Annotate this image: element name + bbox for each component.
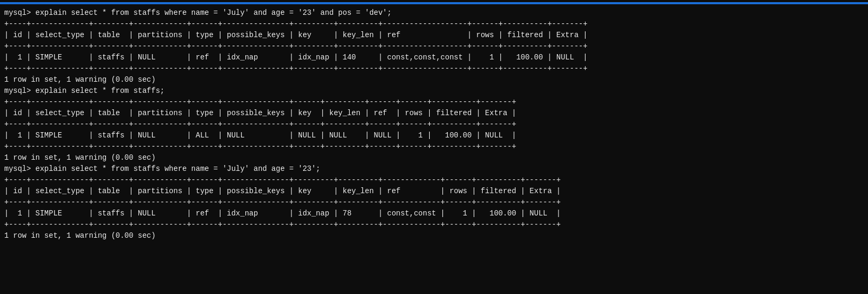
terminal-line: +----+-------------+--------+-----------…: [4, 197, 864, 208]
terminal-line: +----+-------------+--------+-----------…: [4, 63, 864, 74]
terminal-line: | 1 | SIMPLE | staffs | NULL | ALL | NUL…: [4, 130, 864, 141]
terminal-line: 1 row in set, 1 warning (0.00 sec): [4, 152, 864, 163]
terminal-line: +----+-------------+--------+-----------…: [4, 219, 864, 230]
terminal-line: 1 row in set, 1 warning (0.00 sec): [4, 74, 864, 85]
terminal-line: | 1 | SIMPLE | staffs | NULL | ref | idx…: [4, 208, 864, 219]
terminal-line: +----+-------------+--------+-----------…: [4, 175, 864, 186]
terminal-line: | id | select_type | table | partitions …: [4, 30, 864, 41]
terminal-line: +----+-------------+--------+-----------…: [4, 119, 864, 130]
terminal-line: +----+-------------+--------+-----------…: [4, 19, 864, 30]
terminal-line: 1 row in set, 1 warning (0.00 sec): [4, 230, 864, 241]
terminal-line: mysql> explain select * from staffs;: [4, 85, 864, 97]
top-bar: [0, 2, 868, 4]
terminal-line: mysql> explain select * from staffs wher…: [4, 7, 864, 19]
terminal-line: | 1 | SIMPLE | staffs | NULL | ref | idx…: [4, 52, 864, 63]
terminal-line: | id | select_type | table | partitions …: [4, 108, 864, 119]
terminal-line: | id | select_type | table | partitions …: [4, 186, 864, 197]
terminal-line: +----+-------------+--------+-----------…: [4, 97, 864, 108]
terminal-line: +----+-------------+--------+-----------…: [4, 41, 864, 52]
terminal-output: mysql> explain select * from staffs wher…: [0, 5, 868, 244]
terminal-line: mysql> explain select * from staffs wher…: [4, 163, 864, 175]
terminal-line: +----+-------------+--------+-----------…: [4, 141, 864, 152]
